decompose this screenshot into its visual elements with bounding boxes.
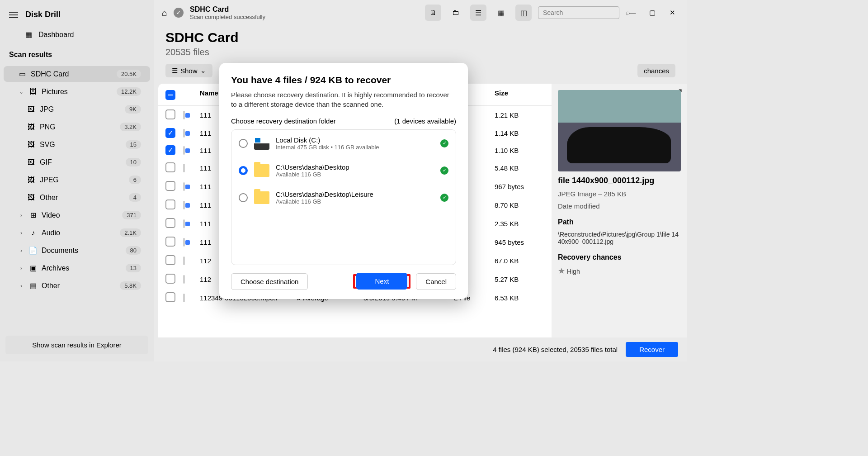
radio-button[interactable] [239,166,248,175]
drive-icon [254,137,269,150]
ok-icon: ✓ [440,166,448,175]
dest-sub: Available 116 GB [276,171,349,178]
choose-destination-button[interactable]: Choose destination [231,273,308,290]
destination-item[interactable]: C:\Users\dasha\DesktopAvailable 116 GB ✓ [231,157,456,184]
destination-item[interactable]: C:\Users\dasha\Desktop\LeisureAvailable … [231,184,456,211]
dest-title: C:\Users\dasha\Desktop [276,163,349,171]
cancel-button[interactable]: Cancel [416,273,456,290]
recovery-modal: You have 4 files / 924 KB to recover Ple… [219,63,468,299]
modal-overlay: You have 4 files / 924 KB to recover Ple… [0,0,687,361]
dest-sub: Available 116 GB [276,198,373,205]
radio-button[interactable] [239,193,248,202]
dest-title: C:\Users\dasha\Desktop\Leisure [276,190,373,198]
radio-button[interactable] [239,139,248,148]
folder-icon [254,164,269,177]
ok-icon: ✓ [440,194,448,202]
ok-icon: ✓ [440,139,448,147]
destination-item[interactable]: Local Disk (C:)Internal 475 GB disk • 11… [231,130,456,157]
devices-available: (1 devices available) [394,117,456,125]
next-highlight: Next [353,274,410,289]
folder-icon [254,191,269,204]
next-button[interactable]: Next [356,273,407,290]
choose-dest-label: Choose recovery destination folder [231,117,336,125]
modal-title: You have 4 files / 924 KB to recover [231,75,456,86]
dest-sub: Internal 475 GB disk • 116 GB available [276,144,379,151]
destination-list: Local Disk (C:)Internal 475 GB disk • 11… [231,129,456,265]
modal-body: Please choose recovery destination. It i… [231,90,456,109]
dest-title: Local Disk (C:) [276,136,379,144]
